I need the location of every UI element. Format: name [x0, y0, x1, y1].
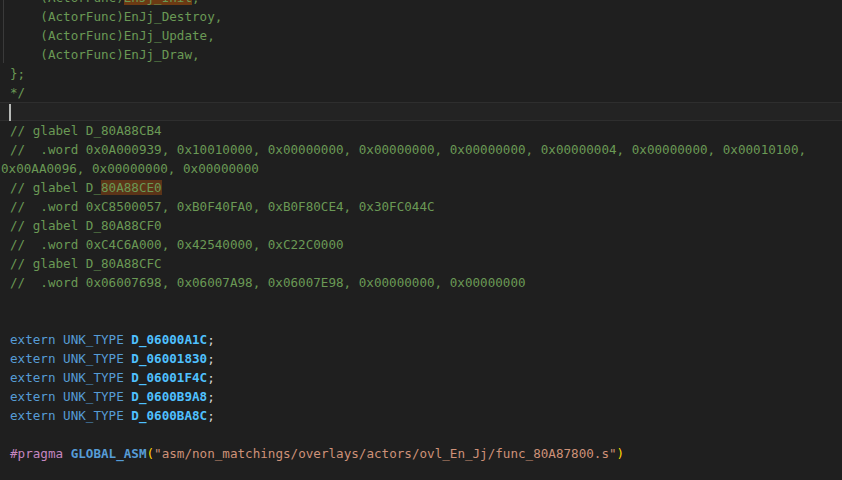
whitespace	[56, 408, 64, 423]
code-editor[interactable]: (ActorFunc)EnJj_Init, (ActorFunc)EnJj_De…	[0, 0, 842, 480]
code-line[interactable]: // .word 0x0A000939, 0x10010000, 0x00000…	[0, 140, 842, 159]
keyword-extern: extern	[10, 408, 56, 423]
code-line[interactable]: };	[0, 64, 842, 83]
current-line[interactable]	[0, 102, 842, 121]
keyword-extern: extern	[10, 370, 56, 385]
comment-word-data-wrapped: 0x00AA0096, 0x00000000, 0x00000000	[1, 161, 259, 176]
code-line[interactable]: (ActorFunc)EnJj_Destroy,	[0, 7, 842, 26]
code-line[interactable]: */	[0, 83, 842, 102]
whitespace	[63, 446, 71, 461]
type-unk-type: UNK_TYPE	[63, 332, 124, 347]
code-line[interactable]: // .word 0x06007698, 0x06007A98, 0x06007…	[0, 273, 842, 292]
comment-glabel: // glabel D_80A88CB4	[10, 123, 162, 138]
code-line[interactable]	[0, 292, 842, 311]
pragma-directive: #pragma	[10, 446, 63, 461]
code-line[interactable]: // glabel D_80A88CF0	[0, 216, 842, 235]
global-variable: D_06001F4C	[131, 370, 207, 385]
comment-word-data: // .word 0xC4C6A000, 0x42540000, 0xC22C0…	[10, 237, 344, 252]
code-line[interactable]: // glabel D_80A88CB4	[0, 121, 842, 140]
type-unk-type: UNK_TYPE	[63, 351, 124, 366]
code-line[interactable]: extern UNK_TYPE D_0600B9A8;	[0, 387, 842, 406]
code-line[interactable]: (ActorFunc)EnJj_Init,	[0, 0, 842, 7]
keyword-extern: extern	[10, 351, 56, 366]
comment-glabel: // glabel D_80A88CF0	[10, 218, 162, 233]
comment-code: (ActorFunc)EnJj_Update,	[10, 28, 215, 43]
comment-glabel: // glabel D_80A88CFC	[10, 256, 162, 271]
code-line[interactable]: // glabel D_80A88CE0	[0, 178, 842, 197]
comment-code: (ActorFunc)EnJj_Draw,	[10, 47, 200, 62]
code-line[interactable]: extern UNK_TYPE D_0600BA8C;	[0, 406, 842, 425]
punctuation: ;	[207, 332, 215, 347]
code-line[interactable]: extern UNK_TYPE D_06001830;	[0, 349, 842, 368]
comment-code: };	[10, 66, 25, 81]
string-asm-path: "asm/non_matchings/overlays/actors/ovl_E…	[154, 446, 617, 461]
comment-word-data: // .word 0x06007698, 0x06007A98, 0x06007…	[10, 275, 526, 290]
punctuation: ;	[207, 351, 215, 366]
comment-word-data: // .word 0xC8500057, 0xB0F40FA0, 0xB0F80…	[10, 199, 435, 214]
whitespace	[56, 389, 64, 404]
code-line[interactable]	[0, 425, 842, 444]
type-unk-type: UNK_TYPE	[63, 370, 124, 385]
find-match-highlight: 80A88CE0	[101, 180, 162, 195]
text-cursor	[9, 104, 11, 121]
keyword-extern: extern	[10, 332, 56, 347]
find-match-highlight: EnJj_Init	[124, 0, 192, 5]
macro-global-asm: GLOBAL_ASM	[71, 446, 147, 461]
code-line[interactable]: extern UNK_TYPE D_06000A1C;	[0, 330, 842, 349]
comment-word-data: // .word 0x0A000939, 0x10010000, 0x00000…	[10, 142, 806, 157]
code-content: (ActorFunc)EnJj_Init, (ActorFunc)EnJj_De…	[0, 0, 842, 480]
whitespace	[56, 370, 64, 385]
type-unk-type: UNK_TYPE	[63, 389, 124, 404]
open-paren: (	[147, 446, 155, 461]
comment-code: (ActorFunc)	[10, 0, 124, 5]
code-line[interactable]: (ActorFunc)EnJj_Update,	[0, 26, 842, 45]
comment-code: ,	[192, 0, 200, 5]
code-line[interactable]	[0, 311, 842, 330]
block-comment-end: */	[10, 85, 25, 100]
type-unk-type: UNK_TYPE	[63, 408, 124, 423]
global-variable: D_06000A1C	[131, 332, 207, 347]
code-line[interactable]: // glabel D_80A88CFC	[0, 254, 842, 273]
code-line[interactable]: extern UNK_TYPE D_06001F4C;	[0, 368, 842, 387]
global-variable: D_06001830	[131, 351, 207, 366]
code-line[interactable]: #pragma GLOBAL_ASM("asm/non_matchings/ov…	[0, 444, 842, 463]
code-line[interactable]: // .word 0xC4C6A000, 0x42540000, 0xC22C0…	[0, 235, 842, 254]
global-variable: D_0600B9A8	[131, 389, 207, 404]
whitespace	[56, 351, 64, 366]
comment-code: (ActorFunc)EnJj_Destroy,	[10, 9, 222, 24]
code-line[interactable]: 0x00AA0096, 0x00000000, 0x00000000	[0, 159, 842, 178]
punctuation: ;	[207, 370, 215, 385]
keyword-extern: extern	[10, 389, 56, 404]
code-line[interactable]: (ActorFunc)EnJj_Draw,	[0, 45, 842, 64]
code-line[interactable]: // .word 0xC8500057, 0xB0F40FA0, 0xB0F80…	[0, 197, 842, 216]
code-line[interactable]	[0, 463, 842, 480]
comment-glabel: // glabel D_	[10, 180, 101, 195]
whitespace	[56, 332, 64, 347]
punctuation: ;	[207, 389, 215, 404]
global-variable: D_0600BA8C	[131, 408, 207, 423]
close-paren: )	[617, 446, 625, 461]
punctuation: ;	[207, 408, 215, 423]
